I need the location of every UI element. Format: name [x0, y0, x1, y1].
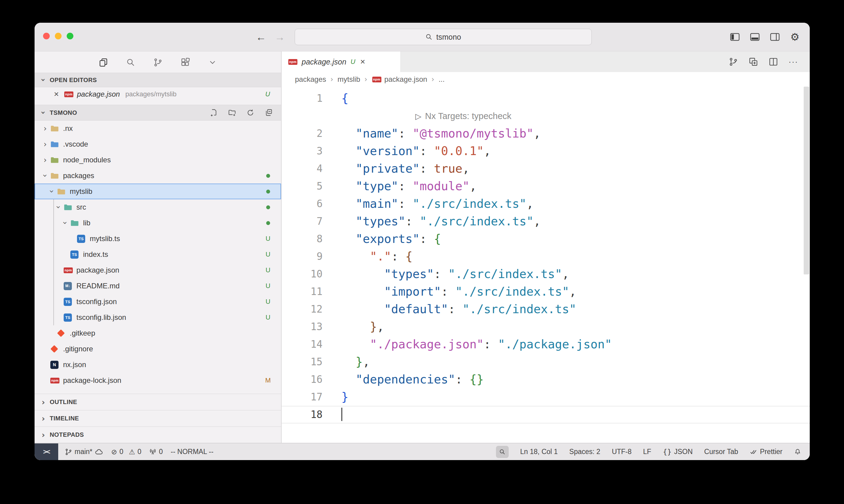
code-line-12[interactable]: 12 "default": "./src/index.ts" [282, 301, 810, 318]
line-number: 5 [282, 178, 330, 195]
tree-item-lib[interactable]: › lib [35, 215, 281, 231]
maximize-window-button[interactable] [67, 33, 73, 39]
breadcrumb-item[interactable]: packages [295, 75, 326, 84]
code-line-5[interactable]: 5 "type": "module", [282, 178, 810, 195]
code-line-1[interactable]: 1 { [282, 90, 810, 107]
project-section-header[interactable]: › TSMONO [35, 105, 281, 121]
code-line-3[interactable]: 3 "version": "0.0.1", [282, 142, 810, 160]
ports-status[interactable]: 0 [149, 448, 163, 456]
notepads-section-header[interactable]: › NOTEPADS [35, 427, 281, 443]
breadcrumb-item[interactable]: ... [439, 75, 445, 84]
chevron-down-icon[interactable]: › [41, 170, 49, 181]
tree-item-packages[interactable]: › packages [35, 168, 281, 183]
tree-item-.gitignore[interactable]: .gitignore [35, 341, 281, 357]
code-editor[interactable]: 1 { ▷Nx Targets: typecheck2 "name": "@ts… [282, 87, 810, 443]
explorer-files-icon[interactable] [98, 57, 108, 68]
file-icon [57, 330, 69, 336]
tab-package-json[interactable]: npm package.json U × [282, 52, 401, 72]
open-editors-header[interactable]: › OPEN EDITORS [35, 73, 281, 87]
tree-item-label: index.ts [83, 250, 108, 259]
open-editor-item[interactable]: × npm package.json packages/mytslib U [35, 87, 281, 101]
extensions-icon[interactable] [180, 57, 190, 68]
history-forward-button[interactable]: → [273, 30, 287, 44]
command-center-search[interactable]: tsmono [295, 29, 592, 45]
code-line-4[interactable]: 4 "private": true, [282, 160, 810, 178]
close-window-button[interactable] [43, 33, 50, 39]
tree-item-tsconfig.json[interactable]: TS tsconfig.jsonU [35, 294, 281, 309]
code-line-17[interactable]: 17 } [282, 388, 810, 406]
source-control-icon[interactable] [153, 57, 163, 68]
tree-item-.nx[interactable]: › .nx [35, 121, 281, 136]
code-line-14[interactable]: 14 "./package.json": "./package.json" [282, 336, 810, 353]
formatter-status[interactable]: Prettier [750, 448, 782, 456]
chevron-right-icon[interactable]: › [40, 140, 50, 148]
chevron-right-icon[interactable]: › [40, 156, 50, 164]
run-icon[interactable]: ▷ [415, 112, 421, 121]
remote-indicator[interactable]: >< [35, 444, 58, 460]
more-actions-icon[interactable]: ··· [789, 57, 798, 67]
code-line-10[interactable]: 10 "types": "./src/index.ts", [282, 265, 810, 283]
source-control-graph-icon[interactable] [728, 57, 738, 67]
language-mode-status[interactable]: {} JSON [663, 448, 693, 456]
tree-item-tsconfig.lib.json[interactable]: TS tsconfig.lib.jsonU [35, 309, 281, 325]
tab-close-icon[interactable]: × [360, 57, 365, 67]
tree-item-node-modules[interactable]: › node_modules [35, 152, 281, 168]
code-line-13[interactable]: 13 }, [282, 318, 810, 336]
chevron-down-icon[interactable]: › [61, 218, 69, 228]
tree-item-mytslib[interactable]: › mytslib [35, 183, 281, 199]
new-file-icon[interactable] [209, 108, 219, 117]
tree-item-nx.json[interactable]: N nx.json [35, 357, 281, 373]
minimize-window-button[interactable] [55, 33, 62, 39]
code-line-9[interactable]: 9 ".": { [282, 248, 810, 265]
timeline-section-header[interactable]: › TIMELINE [35, 410, 281, 427]
tree-item-.gitkeep[interactable]: .gitkeep [35, 325, 281, 341]
code-line-8[interactable]: 8 "exports": { [282, 230, 810, 248]
close-editor-icon[interactable]: × [52, 89, 61, 99]
split-editor-icon[interactable] [769, 57, 778, 67]
code-line-15[interactable]: 15 }, [282, 353, 810, 371]
open-changes-icon[interactable] [748, 57, 758, 67]
chevron-down-icon[interactable]: › [55, 202, 63, 212]
codelens-run-target[interactable]: ▷Nx Targets: typecheck [282, 107, 810, 125]
npm-file-icon: npm [372, 77, 381, 83]
zoom-indicator[interactable] [496, 446, 509, 458]
tree-item-mytslib.ts[interactable]: TS mytslib.tsU [35, 231, 281, 247]
cursor-position-status[interactable]: Ln 18, Col 1 [520, 448, 558, 456]
eol-status[interactable]: LF [643, 448, 651, 456]
code-line-16[interactable]: 16 "dependencies": {} [282, 371, 810, 388]
toggle-secondary-sidebar-icon[interactable] [769, 30, 781, 44]
editor-scrollbar[interactable] [804, 87, 809, 274]
indentation-status[interactable]: Spaces: 2 [569, 448, 600, 456]
breadcrumb-item[interactable]: package.json [384, 75, 427, 84]
code-line-11[interactable]: 11 "import": "./src/index.ts", [282, 283, 810, 301]
collapse-all-icon[interactable] [264, 108, 273, 117]
chevron-down-icon[interactable] [207, 57, 218, 68]
tree-item-package.json[interactable]: npm package.jsonU [35, 262, 281, 278]
encoding-status[interactable]: UTF-8 [612, 448, 632, 456]
notifications-bell-icon[interactable] [794, 448, 801, 455]
tree-item-src[interactable]: › src [35, 199, 281, 215]
code-line-6[interactable]: 6 "main": "./src/index.ts", [282, 195, 810, 213]
git-branch-status[interactable]: main* [65, 448, 103, 456]
cursor-tab-status[interactable]: Cursor Tab [704, 448, 738, 456]
toggle-panel-icon[interactable] [749, 30, 761, 44]
code-line-7[interactable]: 7 "types": "./src/index.ts", [282, 213, 810, 230]
history-back-button[interactable]: ← [254, 30, 268, 44]
tree-item-package-lock.json[interactable]: npm package-lock.jsonM [35, 373, 281, 388]
search-icon[interactable] [125, 57, 136, 68]
chevron-down-icon[interactable]: › [48, 186, 56, 197]
new-folder-icon[interactable] [228, 108, 237, 117]
chevron-right-icon[interactable]: › [40, 125, 50, 132]
code-line-2[interactable]: 2 "name": "@tsmono/mytslib", [282, 125, 810, 142]
breadcrumb-item[interactable]: mytslib [338, 75, 360, 84]
code-line-18[interactable]: 18 [282, 406, 810, 424]
refresh-icon[interactable] [246, 108, 255, 117]
tree-item-.vscode[interactable]: › .vscode [35, 136, 281, 152]
outline-section-header[interactable]: › OUTLINE [35, 394, 281, 410]
tree-item-index.ts[interactable]: TS index.tsU [35, 247, 281, 262]
timeline-label: TIMELINE [50, 415, 79, 422]
problems-status[interactable]: ⊘ 0 ⚠ 0 [111, 448, 142, 456]
toggle-primary-sidebar-icon[interactable] [729, 30, 741, 44]
tree-item-readme.md[interactable]: M↓ README.mdU [35, 278, 281, 294]
settings-gear-icon[interactable]: ⚙ [789, 30, 800, 44]
